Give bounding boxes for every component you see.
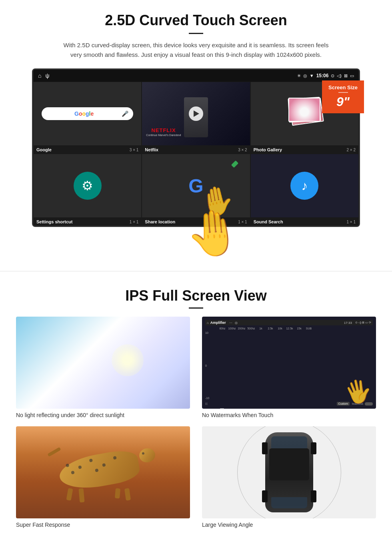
wheel-fl [262, 442, 268, 454]
amp-dots: ⋯ [229, 321, 232, 325]
app-cell-settings[interactable]: ⚙ [33, 154, 142, 218]
tail [47, 447, 61, 457]
cheetah-shape [57, 448, 141, 493]
sound-label: Sound Search [254, 219, 283, 224]
status-bar: ⌂ ψ ✳ ◎ ▼ 15:06 ⊙ ◁) ⊠ ▭ [33, 70, 359, 82]
google-search-bar[interactable]: Google 🎤 [42, 107, 133, 120]
screen-size-badge: Screen Size 9" [322, 80, 364, 113]
feature-cheetah: Super Fast Response [16, 426, 190, 528]
leg1 [66, 488, 73, 501]
rear-windshield [271, 497, 307, 508]
freq-sub: SUB [304, 327, 313, 330]
feature-img-sunlight [16, 317, 190, 409]
netflix-subtitle: Continue Marvel's Daredevil [146, 134, 181, 136]
cheetah-label: Super Fast Response [16, 522, 190, 528]
netflix-label: Netflix [145, 147, 158, 152]
curved-description: With 2.5D curved-display screen, this de… [60, 40, 332, 60]
amp-time: 17:33 [344, 321, 352, 325]
spot3 [89, 459, 92, 462]
app-cell-sound[interactable]: ♪ [250, 154, 359, 218]
amp-val-0: 0 [205, 364, 217, 367]
netflix-brand: NETFLIX [146, 127, 181, 133]
sound-icon-wrap: ♪ [290, 172, 318, 200]
front-windshield [271, 436, 307, 448]
car-body [265, 432, 313, 512]
freq-60hz: 60hz [218, 327, 227, 330]
close-icon: ⊠ [344, 73, 348, 78]
netflix-logo: NETFLIX Continue Marvel's Daredevil [146, 127, 181, 136]
feature-grid: No light reflecting under 360° direct su… [16, 317, 376, 528]
spot2 [78, 466, 82, 469]
sound-size: 1 × 1 [346, 220, 356, 224]
device-screen: ⌂ ψ ✳ ◎ ▼ 15:06 ⊙ ◁) ⊠ ▭ [32, 68, 360, 227]
ips-title-divider [189, 307, 203, 309]
section-divider-hr [0, 271, 392, 271]
wheel-rl [262, 490, 268, 502]
hand-area: 🤚 [32, 227, 360, 251]
sunlight-image [16, 317, 190, 409]
bluetooth-icon: ✳ [297, 73, 301, 78]
section-curved-touch: 2.5D Curved Touch Screen With 2.5D curve… [0, 0, 392, 259]
amp-header: ⌂ Amplifier ⋯ ◎ 17:33 ⊙ ◁) ⊠ ▭ ⟳ [205, 320, 373, 325]
app-grid-row1: Google 🎤 NETFLIX Continue Marvel's Dared… [33, 82, 359, 146]
amp-prev-icon: ⟨⟨ [205, 402, 208, 405]
section-ips: IPS Full Screen View No light reflecting… [0, 283, 392, 540]
app-label-google: Google 3 × 1 [33, 146, 142, 154]
music-note-icon: ♪ [301, 179, 308, 193]
signal-icon: ▼ [310, 73, 314, 78]
freq-100hz: 100hz [228, 327, 236, 330]
google-logo: Google [46, 110, 122, 117]
badge-divider [338, 92, 348, 93]
photo-size: 2 × 2 [346, 148, 356, 152]
badge-title: Screen Size [328, 84, 358, 90]
spot7 [95, 468, 98, 472]
badge-size: 9" [336, 94, 350, 109]
feature-img-amplifier: ⌂ Amplifier ⋯ ◎ 17:33 ⊙ ◁) ⊠ ▭ ⟳ 60hz 10… [202, 317, 376, 409]
usb-icon: ψ [45, 72, 49, 79]
volume-icon: ◁) [337, 73, 342, 78]
app-label-photo: Photo Gallery 2 × 2 [250, 146, 359, 154]
freq-200hz: 200hz [237, 327, 246, 330]
amplifier-label: No Watermarks When Touch [202, 412, 376, 418]
amp-freq-labels: 60hz 100hz 200hz 500hz 1k 2.5k 10k 12.5k… [205, 327, 373, 330]
app-label-sound: Sound Search 1 × 1 [250, 218, 359, 226]
netflix-play-button[interactable] [189, 106, 203, 121]
google-mic-icon[interactable]: 🎤 [122, 110, 128, 117]
wheel-rr [311, 490, 316, 502]
ips-title: IPS Full Screen View [16, 287, 376, 304]
freq-10k: 10k [276, 327, 284, 330]
settings-size: 1 × 1 [130, 220, 139, 224]
freq-2-5k: 2.5k [266, 327, 275, 330]
spot1 [66, 464, 69, 467]
car-label: Large Viewing Angle [202, 522, 376, 528]
settings-icon-wrap: ⚙ [74, 172, 102, 200]
feature-img-car [202, 426, 376, 518]
camera-icon: ⊙ [331, 73, 334, 78]
spot6 [71, 471, 74, 474]
photo-stack [286, 96, 322, 132]
app-cell-netflix[interactable]: NETFLIX Continue Marvel's Daredevil [142, 82, 250, 146]
car-roof [269, 448, 309, 480]
location-icon: ◎ [303, 73, 307, 78]
freq-15k: 15k [295, 327, 304, 330]
amp-home-icon: ⌂ [207, 321, 209, 325]
amp-side-label [205, 327, 217, 330]
amp-thumb-1 [220, 408, 224, 409]
feature-amplifier: ⌂ Amplifier ⋯ ◎ 17:33 ⊙ ◁) ⊠ ▭ ⟳ 60hz 10… [202, 317, 376, 418]
feature-sunlight: No light reflecting under 360° direct su… [16, 317, 190, 418]
google-label: Google [36, 147, 52, 152]
amp-side-values: 10 0 -10 [205, 331, 217, 400]
amp-val-minus10: -10 [205, 397, 217, 399]
wheel-fr [311, 442, 316, 454]
cheetah-image [16, 426, 190, 518]
title-divider [189, 33, 203, 34]
app-label-netflix: Netflix 3 × 2 [142, 146, 250, 154]
app-labels-row1: Google 3 × 1 Netflix 3 × 2 Photo Gallery… [33, 146, 359, 154]
freq-1k: 1k [256, 327, 265, 330]
photo-label: Photo Gallery [254, 147, 282, 152]
feature-car: Large Viewing Angle [202, 426, 376, 528]
spot4 [102, 463, 106, 467]
amp-icons: ⊙ ◁) ⊠ ▭ ⟳ [355, 321, 371, 324]
cheetah-body [59, 454, 147, 490]
app-cell-google[interactable]: Google 🎤 [33, 82, 142, 146]
